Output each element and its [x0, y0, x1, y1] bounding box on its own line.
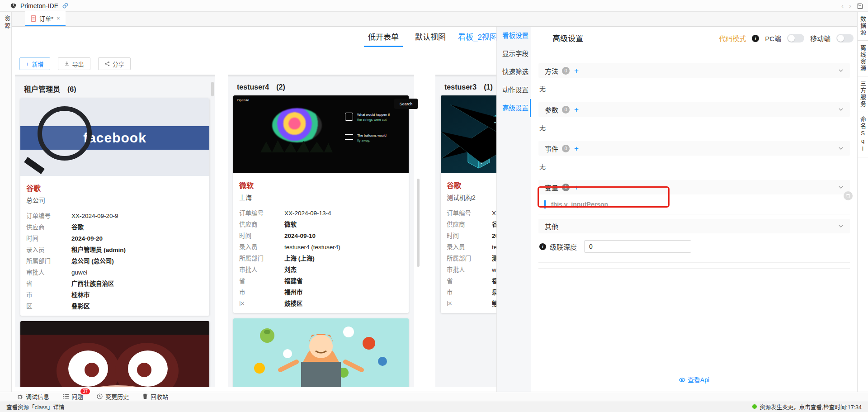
column-scrollbar[interactable]	[211, 82, 214, 96]
field-label: 订单编号	[447, 208, 492, 219]
card-field-row: 省 福建	[447, 275, 496, 287]
card-field-row: 省 福建省	[239, 275, 403, 287]
field-value: test	[492, 242, 496, 253]
chevron-down-icon[interactable]	[838, 146, 844, 151]
tab-order[interactable]: 订单* ×	[25, 11, 66, 26]
field-label: 录入员	[239, 242, 284, 253]
cascade-depth-input[interactable]	[584, 240, 691, 253]
nav-back-icon[interactable]: ‹	[841, 0, 844, 12]
field-label: 省	[26, 278, 71, 289]
nav-forward-icon[interactable]: ›	[849, 0, 851, 12]
recycle-bin-button[interactable]: 回收站	[142, 392, 168, 401]
close-icon[interactable]: ×	[57, 15, 60, 22]
order-card[interactable]: facebook 谷歌 总公司 订单编号 XX-2024-09-20-9	[20, 98, 209, 316]
order-card[interactable]: OpenAI What would happen if the strings …	[233, 95, 409, 313]
nav-item-action-settings[interactable]: 动作设置	[497, 81, 531, 99]
share-button[interactable]: 分享	[98, 57, 131, 70]
field-value: 2024-09-20	[71, 233, 103, 244]
chevron-down-icon[interactable]	[838, 107, 844, 112]
variable-row[interactable]: this.v_inputPerson	[538, 194, 850, 214]
card-field-row: 所属部门 总公司 (总公司)	[26, 256, 203, 267]
sidebar-item-resources[interactable]: 资源	[0, 15, 11, 30]
status-right[interactable]: 资源发生变更，点击查看,检查时间:17:34	[752, 403, 862, 411]
code-mode-link[interactable]: 代码模式	[719, 33, 746, 43]
view-tabs: 低开表单 默认视图 看板_2视图▼ +	[368, 31, 496, 47]
pc-label: PC端	[765, 33, 781, 43]
order-card[interactable]	[233, 318, 409, 387]
nav-item-kanban-settings[interactable]: 看板设置	[497, 27, 531, 45]
add-param-button[interactable]: +	[574, 106, 579, 114]
balloons-image	[272, 108, 322, 142]
order-card[interactable]	[20, 321, 209, 387]
field-label: 所属部门	[26, 256, 71, 267]
delete-variable-button[interactable]	[844, 191, 853, 200]
share-icon	[104, 61, 110, 66]
section-events-header[interactable]: 事件 0 +	[538, 141, 850, 156]
chevron-down-icon[interactable]	[838, 68, 844, 73]
view-tab-lowcode-form[interactable]: 低开表单	[364, 31, 403, 47]
card-field-row: 供应商 微软	[239, 219, 403, 230]
nav-item-quick-filter[interactable]: 快速筛选	[497, 63, 531, 81]
section-other-header[interactable]: 其他	[538, 219, 850, 233]
right-rail-item[interactable]: 命名Sql	[858, 112, 868, 157]
section-variables-header[interactable]: 变量 1 +	[538, 180, 850, 194]
card-field-row: 供应商 谷歌	[447, 219, 496, 230]
chevron-down-icon[interactable]	[838, 223, 844, 229]
card-field-row: 供应商 谷歌	[26, 222, 203, 233]
field-label: 审批人	[26, 267, 71, 278]
save-icon[interactable]	[857, 3, 863, 9]
field-value: 谷歌	[492, 219, 496, 230]
status-right-text: 资源发生变更，点击查看,检查时间:17:34	[760, 403, 862, 411]
field-value: 叠彩区	[71, 301, 90, 312]
nav-item-display-fields[interactable]: 显示字段	[497, 45, 531, 63]
field-label: 供应商	[26, 222, 71, 233]
add-variable-button[interactable]: +	[574, 184, 579, 191]
order-card[interactable]: 谷歌 测试机构2 订单编号 XX-2 供应商 谷歌	[441, 95, 496, 313]
card-field-row: 所属部门 上海 (上海)	[239, 253, 403, 264]
field-label: 订单编号	[239, 208, 284, 219]
primeton-ide-app: Primeton-IDE ‹ › 资源 订单* × 低开表单 默认视图 看板_2…	[0, 0, 868, 412]
view-tab-kanban2[interactable]: 看板_2视图▼	[458, 31, 496, 46]
link-icon[interactable]	[62, 2, 69, 9]
add-method-button[interactable]: +	[574, 67, 579, 75]
settings-nav: 看板设置 显示字段 快速筛选 动作设置 高级设置	[496, 27, 531, 392]
field-value: 鼓楼区	[284, 298, 303, 309]
export-button[interactable]: 导出	[58, 57, 90, 70]
card-subtitle: 测试机构2	[447, 193, 496, 202]
field-value: 桂林市	[71, 289, 90, 301]
field-label: 市	[26, 289, 71, 301]
field-value: 刘杰	[284, 264, 297, 275]
field-value: testuser4 (testuser4)	[284, 242, 340, 253]
card-field-row: 时间 202	[447, 230, 496, 242]
debug-info-button[interactable]: 调试信息	[17, 392, 49, 401]
section-params-header[interactable]: 参数 0 +	[538, 102, 850, 117]
change-history-button[interactable]: 变更历史	[97, 392, 129, 401]
mobile-toggle[interactable]	[836, 34, 854, 43]
title-bar: Primeton-IDE ‹ ›	[0, 0, 868, 12]
view-api-link[interactable]: 查看Api	[531, 375, 857, 384]
field-value: 总公司 (总公司)	[71, 256, 114, 267]
section-methods-header[interactable]: 方法 0 +	[538, 63, 850, 78]
card-body: 谷歌 测试机构2 订单编号 XX-2 供应商 谷歌	[441, 173, 496, 313]
right-rail-item[interactable]: 三方服务	[858, 76, 868, 112]
field-label: 所属部门	[447, 253, 492, 264]
right-rail-item[interactable]: 数据源	[858, 12, 868, 41]
sections: 方法 0 + 无 参数 0 + 无 事件 0 + 无	[538, 63, 850, 269]
nav-item-advanced-settings[interactable]: 高级设置	[497, 99, 531, 117]
kanban-column-tenant-admin: 租户管理员(6) facebook 谷歌 总公司	[15, 75, 215, 387]
problems-button[interactable]: 问题 37	[63, 392, 83, 401]
pc-toggle[interactable]	[787, 34, 804, 43]
field-value: 鲤城	[492, 298, 496, 309]
field-label: 省	[239, 275, 284, 287]
view-tab-default-view[interactable]: 默认视图	[415, 31, 446, 46]
field-value: guwei	[71, 267, 87, 278]
board-scrollbar[interactable]	[417, 179, 420, 267]
chevron-down-icon[interactable]	[838, 185, 844, 190]
add-button[interactable]: + 新增	[19, 57, 50, 70]
field-value: XX-2024-09-20-9	[71, 210, 118, 222]
field-label: 录入员	[26, 244, 71, 256]
card-image-openai: OpenAI What would happen if the strings …	[233, 95, 409, 173]
add-event-button[interactable]: +	[574, 145, 579, 152]
right-rail-item[interactable]: 离线资源	[858, 41, 868, 76]
divider	[538, 268, 850, 269]
